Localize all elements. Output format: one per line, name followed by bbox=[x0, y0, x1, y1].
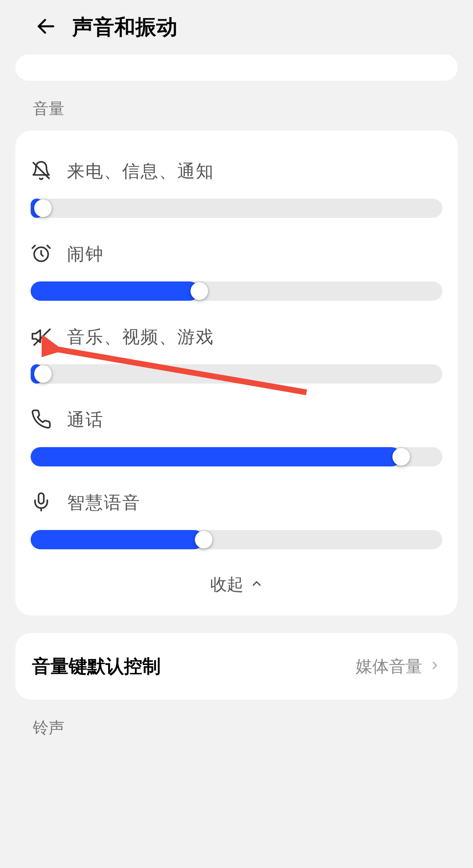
previous-card-clip bbox=[15, 54, 458, 81]
list-item-volume-key[interactable]: 音量键默认控制 媒体音量 bbox=[15, 633, 458, 700]
slider-block-alarm: 闹钟 bbox=[31, 218, 442, 301]
svg-rect-1 bbox=[39, 493, 44, 504]
microphone-icon bbox=[31, 491, 52, 514]
slider-block-media: 音乐、视频、游戏 bbox=[31, 301, 442, 384]
slider-alarm[interactable] bbox=[31, 281, 442, 301]
chevron-right-icon bbox=[429, 659, 441, 673]
page-title: 声音和振动 bbox=[72, 13, 177, 41]
slider-label-call: 通话 bbox=[67, 408, 104, 432]
header-bar: 声音和振动 bbox=[0, 0, 473, 54]
volume-card: 来电、信息、通知 闹钟 音乐、视频、游戏 bbox=[15, 131, 458, 615]
phone-icon bbox=[31, 409, 52, 431]
chevron-up-icon bbox=[250, 575, 263, 594]
collapse-label: 收起 bbox=[210, 573, 244, 596]
slider-label-ringtone: 来电、信息、通知 bbox=[67, 159, 214, 183]
slider-label-voice: 智慧语音 bbox=[67, 491, 141, 515]
slider-label-alarm: 闹钟 bbox=[67, 242, 104, 266]
slider-block-call: 通话 bbox=[31, 384, 442, 466]
list-item-label: 音量键默认控制 bbox=[32, 654, 161, 679]
list-item-value: 媒体音量 bbox=[356, 655, 422, 678]
section-label-ringtone: 铃声 bbox=[0, 700, 473, 750]
back-icon[interactable] bbox=[35, 15, 57, 39]
bell-off-icon bbox=[31, 160, 52, 183]
alarm-icon bbox=[31, 243, 52, 266]
collapse-button[interactable]: 收起 bbox=[31, 549, 442, 600]
slider-block-ringtone: 来电、信息、通知 bbox=[31, 135, 442, 218]
section-label-volume: 音量 bbox=[0, 81, 473, 131]
speaker-mute-icon bbox=[31, 326, 52, 349]
slider-ringtone[interactable] bbox=[31, 199, 442, 218]
slider-media[interactable] bbox=[31, 364, 442, 384]
slider-label-media: 音乐、视频、游戏 bbox=[67, 325, 214, 349]
slider-call[interactable] bbox=[31, 447, 442, 466]
volume-key-card: 音量键默认控制 媒体音量 bbox=[15, 633, 458, 700]
slider-voice[interactable] bbox=[31, 530, 442, 549]
slider-block-voice: 智慧语音 bbox=[31, 466, 442, 549]
